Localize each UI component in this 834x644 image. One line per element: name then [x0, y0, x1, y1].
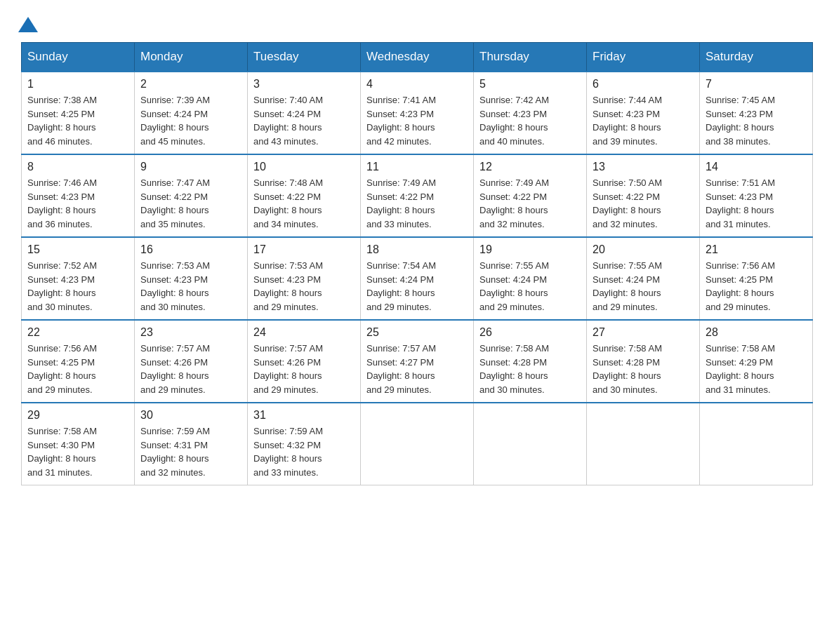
day-info: Sunrise: 7:57 AMSunset: 4:26 PMDaylight:…: [140, 342, 241, 396]
header-monday: Monday: [135, 43, 248, 72]
day-number: 27: [593, 326, 694, 339]
day-info: Sunrise: 7:47 AMSunset: 4:22 PMDaylight:…: [140, 176, 241, 231]
calendar-cell: 2Sunrise: 7:39 AMSunset: 4:24 PMDaylight…: [135, 72, 248, 154]
day-info: Sunrise: 7:45 AMSunset: 4:23 PMDaylight:…: [706, 93, 807, 148]
calendar-cell: 10Sunrise: 7:48 AMSunset: 4:22 PMDayligh…: [248, 154, 361, 237]
day-info: Sunrise: 7:57 AMSunset: 4:26 PMDaylight:…: [253, 342, 355, 396]
day-info: Sunrise: 7:52 AMSunset: 4:23 PMDaylight:…: [27, 259, 128, 314]
day-number: 29: [27, 409, 128, 422]
header-saturday: Saturday: [700, 43, 813, 72]
calendar-cell: 11Sunrise: 7:49 AMSunset: 4:22 PMDayligh…: [361, 154, 474, 237]
day-number: 3: [253, 78, 355, 90]
calendar-cell: 7Sunrise: 7:45 AMSunset: 4:23 PMDaylight…: [700, 72, 813, 154]
day-info: Sunrise: 7:56 AMSunset: 4:25 PMDaylight:…: [706, 259, 807, 314]
day-info: Sunrise: 7:51 AMSunset: 4:23 PMDaylight:…: [706, 176, 807, 231]
day-info: Sunrise: 7:48 AMSunset: 4:22 PMDaylight:…: [253, 176, 355, 231]
day-info: Sunrise: 7:55 AMSunset: 4:24 PMDaylight:…: [479, 259, 581, 314]
day-number: 31: [253, 409, 355, 422]
day-info: Sunrise: 7:58 AMSunset: 4:28 PMDaylight:…: [593, 342, 694, 396]
calendar-cell: 17Sunrise: 7:53 AMSunset: 4:23 PMDayligh…: [248, 237, 361, 320]
day-info: Sunrise: 7:55 AMSunset: 4:24 PMDaylight:…: [593, 259, 694, 314]
calendar-cell: 21Sunrise: 7:56 AMSunset: 4:25 PMDayligh…: [700, 237, 813, 320]
calendar-table: SundayMondayTuesdayWednesdayThursdayFrid…: [21, 42, 813, 485]
day-number: 1: [27, 78, 128, 90]
calendar-week-row: 1Sunrise: 7:38 AMSunset: 4:25 PMDaylight…: [22, 72, 813, 154]
day-number: 23: [140, 326, 241, 339]
header-friday: Friday: [587, 43, 700, 72]
day-number: 30: [140, 409, 241, 422]
calendar-cell: 25Sunrise: 7:57 AMSunset: 4:27 PMDayligh…: [361, 320, 474, 403]
page-header: [21, 14, 813, 28]
header-sunday: Sunday: [22, 43, 135, 72]
calendar-cell: [474, 403, 587, 485]
day-info: Sunrise: 7:58 AMSunset: 4:28 PMDaylight:…: [479, 342, 581, 396]
calendar-week-row: 29Sunrise: 7:58 AMSunset: 4:30 PMDayligh…: [22, 403, 813, 485]
day-info: Sunrise: 7:57 AMSunset: 4:27 PMDaylight:…: [366, 342, 468, 396]
day-info: Sunrise: 7:56 AMSunset: 4:25 PMDaylight:…: [27, 342, 128, 396]
day-info: Sunrise: 7:39 AMSunset: 4:24 PMDaylight:…: [140, 93, 241, 148]
calendar-cell: 26Sunrise: 7:58 AMSunset: 4:28 PMDayligh…: [474, 320, 587, 403]
day-info: Sunrise: 7:58 AMSunset: 4:30 PMDaylight:…: [27, 424, 128, 479]
calendar-cell: 14Sunrise: 7:51 AMSunset: 4:23 PMDayligh…: [700, 154, 813, 237]
day-info: Sunrise: 7:46 AMSunset: 4:23 PMDaylight:…: [27, 176, 128, 231]
day-number: 24: [253, 326, 355, 339]
calendar-cell: [587, 403, 700, 485]
calendar-cell: 8Sunrise: 7:46 AMSunset: 4:23 PMDaylight…: [22, 154, 135, 237]
day-number: 5: [479, 78, 581, 90]
day-info: Sunrise: 7:40 AMSunset: 4:24 PMDaylight:…: [253, 93, 355, 148]
calendar-cell: 31Sunrise: 7:59 AMSunset: 4:32 PMDayligh…: [248, 403, 361, 485]
day-number: 16: [140, 243, 241, 256]
day-number: 10: [253, 161, 355, 173]
calendar-cell: 23Sunrise: 7:57 AMSunset: 4:26 PMDayligh…: [135, 320, 248, 403]
logo: [21, 14, 38, 28]
calendar-cell: 22Sunrise: 7:56 AMSunset: 4:25 PMDayligh…: [22, 320, 135, 403]
day-info: Sunrise: 7:49 AMSunset: 4:22 PMDaylight:…: [366, 176, 468, 231]
calendar-cell: 9Sunrise: 7:47 AMSunset: 4:22 PMDaylight…: [135, 154, 248, 237]
day-number: 8: [27, 161, 128, 173]
calendar-cell: [700, 403, 813, 485]
header-tuesday: Tuesday: [248, 43, 361, 72]
calendar-week-row: 8Sunrise: 7:46 AMSunset: 4:23 PMDaylight…: [22, 154, 813, 237]
day-info: Sunrise: 7:44 AMSunset: 4:23 PMDaylight:…: [593, 93, 694, 148]
day-number: 6: [593, 78, 694, 90]
day-number: 9: [140, 161, 241, 173]
day-number: 28: [706, 326, 807, 339]
calendar-week-row: 22Sunrise: 7:56 AMSunset: 4:25 PMDayligh…: [22, 320, 813, 403]
calendar-cell: 5Sunrise: 7:42 AMSunset: 4:23 PMDaylight…: [474, 72, 587, 154]
day-number: 18: [366, 243, 468, 256]
day-number: 7: [706, 78, 807, 90]
calendar-cell: 1Sunrise: 7:38 AMSunset: 4:25 PMDaylight…: [22, 72, 135, 154]
day-number: 17: [253, 243, 355, 256]
calendar-cell: 20Sunrise: 7:55 AMSunset: 4:24 PMDayligh…: [587, 237, 700, 320]
day-info: Sunrise: 7:49 AMSunset: 4:22 PMDaylight:…: [479, 176, 581, 231]
day-number: 20: [593, 243, 694, 256]
calendar-cell: 16Sunrise: 7:53 AMSunset: 4:23 PMDayligh…: [135, 237, 248, 320]
header-wednesday: Wednesday: [361, 43, 474, 72]
day-info: Sunrise: 7:53 AMSunset: 4:23 PMDaylight:…: [140, 259, 241, 314]
day-number: 22: [27, 326, 128, 339]
day-number: 11: [366, 161, 468, 173]
calendar-cell: 6Sunrise: 7:44 AMSunset: 4:23 PMDaylight…: [587, 72, 700, 154]
day-number: 19: [479, 243, 581, 256]
calendar-cell: 13Sunrise: 7:50 AMSunset: 4:22 PMDayligh…: [587, 154, 700, 237]
calendar-cell: 28Sunrise: 7:58 AMSunset: 4:29 PMDayligh…: [700, 320, 813, 403]
calendar-week-row: 15Sunrise: 7:52 AMSunset: 4:23 PMDayligh…: [22, 237, 813, 320]
day-info: Sunrise: 7:59 AMSunset: 4:31 PMDaylight:…: [140, 424, 241, 479]
calendar-cell: 27Sunrise: 7:58 AMSunset: 4:28 PMDayligh…: [587, 320, 700, 403]
calendar-cell: 3Sunrise: 7:40 AMSunset: 4:24 PMDaylight…: [248, 72, 361, 154]
day-number: 2: [140, 78, 241, 90]
day-number: 21: [706, 243, 807, 256]
header-thursday: Thursday: [474, 43, 587, 72]
calendar-cell: 29Sunrise: 7:58 AMSunset: 4:30 PMDayligh…: [22, 403, 135, 485]
day-info: Sunrise: 7:42 AMSunset: 4:23 PMDaylight:…: [479, 93, 581, 148]
calendar-cell: 18Sunrise: 7:54 AMSunset: 4:24 PMDayligh…: [361, 237, 474, 320]
calendar-cell: [361, 403, 474, 485]
day-number: 13: [593, 161, 694, 173]
day-info: Sunrise: 7:53 AMSunset: 4:23 PMDaylight:…: [253, 259, 355, 314]
day-number: 14: [706, 161, 807, 173]
day-info: Sunrise: 7:38 AMSunset: 4:25 PMDaylight:…: [27, 93, 128, 148]
calendar-cell: 30Sunrise: 7:59 AMSunset: 4:31 PMDayligh…: [135, 403, 248, 485]
calendar-cell: 12Sunrise: 7:49 AMSunset: 4:22 PMDayligh…: [474, 154, 587, 237]
day-number: 12: [479, 161, 581, 173]
day-number: 4: [366, 78, 468, 90]
